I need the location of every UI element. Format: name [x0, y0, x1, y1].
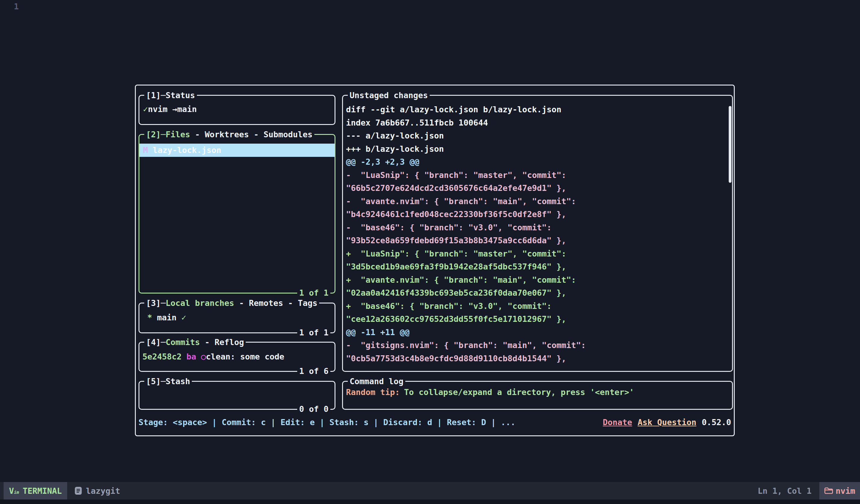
status-row[interactable]: ✓nvim→main: [140, 103, 334, 116]
diff-line[interactable]: "02aa0a42416f4339bc693eb5ca236f0daa70e06…: [346, 286, 732, 300]
commit-author: ba: [186, 352, 196, 361]
diff-line[interactable]: "93b52ce8a659fdebd69f15a3b8b3475a9cc6d6d…: [346, 234, 732, 247]
command-line: [0, 500, 860, 504]
diff-scrollbar[interactable]: [729, 106, 731, 183]
stash-panel-count: 0 of 0: [297, 403, 330, 416]
file-row-selected[interactable]: Mlazy-lock.json: [140, 144, 334, 157]
tab-files[interactable]: Files: [166, 130, 190, 139]
status-panel-title: [1]─Status: [144, 89, 197, 102]
stash-panel[interactable]: [5]─Stash 0 of 0: [139, 381, 335, 410]
key-hints: Stage: <space> | Commit: c | Edit: e | S…: [139, 416, 516, 429]
ask-question-link[interactable]: Ask Question: [637, 416, 696, 429]
commit-message: clean: some code: [206, 352, 284, 361]
diff-line[interactable]: - "LuaSnip": { "branch": "master", "comm…: [346, 169, 732, 182]
unstaged-changes-title: Unstaged changes: [348, 89, 430, 102]
unstaged-changes-panel[interactable]: Unstaged changes diff --git a/lazy-lock.…: [342, 95, 733, 372]
command-log-title: Command log: [348, 375, 405, 388]
status-panel-number: [1]: [146, 91, 161, 100]
lazygit-floating-window: [1]─Status ✓nvim→main [2]─Files - Worktr…: [135, 85, 735, 436]
diff-line[interactable]: "b4c9246461c1fed048cec22330bf36f5c0df2e8…: [346, 208, 732, 221]
commit-row[interactable]: 5e2458c2ba○clean: some code: [140, 350, 334, 363]
file-status-char: M: [140, 144, 153, 157]
stash-panel-label: Stash: [166, 377, 190, 386]
random-tip-text: To collapse/expand a directory, press '<…: [404, 388, 634, 397]
statusline: Vim TERMINAL lazygit Ln 1, Col 1 nvim: [0, 482, 860, 500]
folder-icon: [824, 487, 833, 494]
title-separator: ─: [161, 337, 166, 347]
cwd-name: nvim: [836, 486, 855, 495]
branch-row[interactable]: *main✓: [140, 311, 334, 324]
commit-circle-icon: ○: [201, 352, 206, 361]
branches-panel-number: [3]: [146, 298, 161, 308]
buffer-line-number: 1: [14, 2, 19, 11]
repo-name: nvim: [148, 104, 168, 114]
random-tip-row: Random tip:To collapse/expand a director…: [343, 386, 732, 399]
diff-line[interactable]: - "avante.nvim": { "branch": "main", "co…: [346, 195, 732, 208]
diff-line[interactable]: + "avante.nvim": { "branch": "main", "co…: [346, 273, 732, 287]
terminal-buffer-icon: [74, 486, 82, 495]
files-panel-title: [2]─Files - Worktrees - Submodules: [144, 128, 314, 141]
diff-line[interactable]: + "base46": { "branch": "v3.0", "commit"…: [346, 300, 732, 313]
file-name: lazy-lock.json: [153, 144, 221, 157]
title-separator: ─: [161, 377, 166, 386]
check-icon: ✓: [181, 313, 186, 322]
diff-line[interactable]: diff --git a/lazy-lock.json b/lazy-lock.…: [346, 103, 732, 116]
diff-line[interactable]: "3d5bced1b9ae69fa3f9b1942e28af5dbc537f94…: [346, 260, 732, 273]
commit-hash: 5e2458c2: [142, 352, 182, 361]
diff-line[interactable]: "0cb5a7753d3c4b8e9cfdc9d88d9110cb8d4b154…: [346, 352, 732, 365]
branch-name: main: [157, 313, 176, 322]
diff-line[interactable]: --- a/lazy-lock.json: [346, 129, 732, 142]
files-panel-number: [2]: [146, 130, 161, 139]
diff-line[interactable]: "66b5c2707e624dcd2cd3605676c64a2efe47e9d…: [346, 182, 732, 195]
cursor-position: Ln 1, Col 1: [758, 486, 812, 495]
check-icon: ✓: [143, 104, 148, 114]
statusline-mode-segment: Vim TERMINAL: [4, 482, 67, 500]
keybinding-bar: Stage: <space> | Commit: c | Edit: e | S…: [139, 416, 731, 429]
title-separator: ─: [161, 130, 166, 139]
branches-panel[interactable]: [3]─Local branches - Remotes - Tags *mai…: [139, 303, 335, 333]
tab-local-branches[interactable]: Local branches: [166, 298, 234, 308]
tabs-worktrees-submodules[interactable]: - Worktrees - Submodules: [190, 130, 312, 139]
status-panel-label: Status: [166, 91, 195, 100]
tabs-remotes-tags[interactable]: - Remotes - Tags: [234, 298, 317, 308]
statusline-cwd-segment: nvim: [819, 482, 860, 500]
title-separator: ─: [161, 91, 166, 100]
diff-line[interactable]: @@ -11 +11 @@: [346, 326, 732, 339]
statusline-file-segment: lazygit: [74, 482, 120, 500]
stash-panel-number: [5]: [146, 377, 161, 386]
title-separator: ─: [161, 298, 166, 308]
buffer-name: lazygit: [86, 486, 120, 495]
tab-reflog[interactable]: - Reflog: [200, 337, 244, 347]
files-panel[interactable]: [2]─Files - Worktrees - Submodules Mlazy…: [139, 134, 335, 293]
diff-line[interactable]: - "gitsigns.nvim": { "branch": "main", "…: [346, 339, 732, 352]
diff-line[interactable]: @@ -2,3 +2,3 @@: [346, 155, 732, 169]
diff-line[interactable]: - "base46": { "branch": "v3.0", "commit"…: [346, 221, 732, 234]
commits-panel-number: [4]: [146, 337, 161, 347]
current-branch-marker: *: [147, 313, 152, 322]
commits-panel[interactable]: [4]─Commits - Reflog 5e2458c2ba○clean: s…: [139, 342, 335, 372]
mode-label: TERMINAL: [23, 486, 62, 495]
vim-icon: Vim: [9, 486, 19, 495]
unstaged-changes-label: Unstaged changes: [349, 91, 428, 100]
random-tip-label: Random tip:: [346, 388, 400, 397]
branches-panel-title: [3]─Local branches - Remotes - Tags: [144, 297, 319, 309]
diff-line[interactable]: "cee12a263602cc97652d3dd55f0fc5e17101296…: [346, 313, 732, 326]
branches-panel-count: 1 of 1: [297, 326, 330, 339]
commits-panel-title: [4]─Commits - Reflog: [144, 336, 246, 349]
editor-screen: 1 [1]─Status ✓nvim→main [2]─Files - Work…: [0, 0, 860, 504]
command-log-panel[interactable]: Command log Random tip:To collapse/expan…: [342, 381, 733, 410]
diff-view: diff --git a/lazy-lock.json b/lazy-lock.…: [343, 96, 732, 365]
donate-link[interactable]: Donate: [603, 416, 632, 429]
statusline-right: Ln 1, Col 1 nvim: [758, 482, 860, 500]
lazygit-version: 0.52.0: [702, 416, 731, 429]
diff-line[interactable]: +++ b/lazy-lock.json: [346, 142, 732, 156]
command-log-label: Command log: [349, 377, 403, 386]
keybar-right: DonateAsk Question0.52.0: [603, 416, 731, 429]
status-panel[interactable]: [1]─Status ✓nvim→main: [139, 95, 335, 125]
current-branch: →main: [172, 104, 197, 114]
diff-line[interactable]: index 7a6b667..511fbcb 100644: [346, 116, 732, 129]
tab-commits[interactable]: Commits: [166, 337, 200, 347]
diff-line[interactable]: + "LuaSnip": { "branch": "master", "comm…: [346, 247, 732, 260]
commits-panel-count: 1 of 6: [297, 365, 330, 377]
stash-panel-title: [5]─Stash: [144, 375, 192, 388]
